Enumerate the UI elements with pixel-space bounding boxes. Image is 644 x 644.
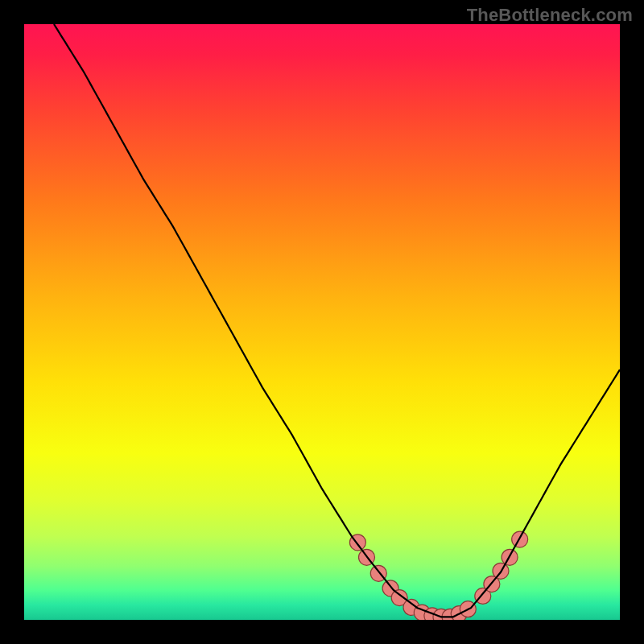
- chart-frame: TheBottleneck.com: [0, 0, 644, 644]
- plot-area: [24, 24, 620, 620]
- watermark-text: TheBottleneck.com: [467, 5, 633, 26]
- plot-svg: [24, 24, 620, 620]
- gradient-bg: [24, 24, 620, 620]
